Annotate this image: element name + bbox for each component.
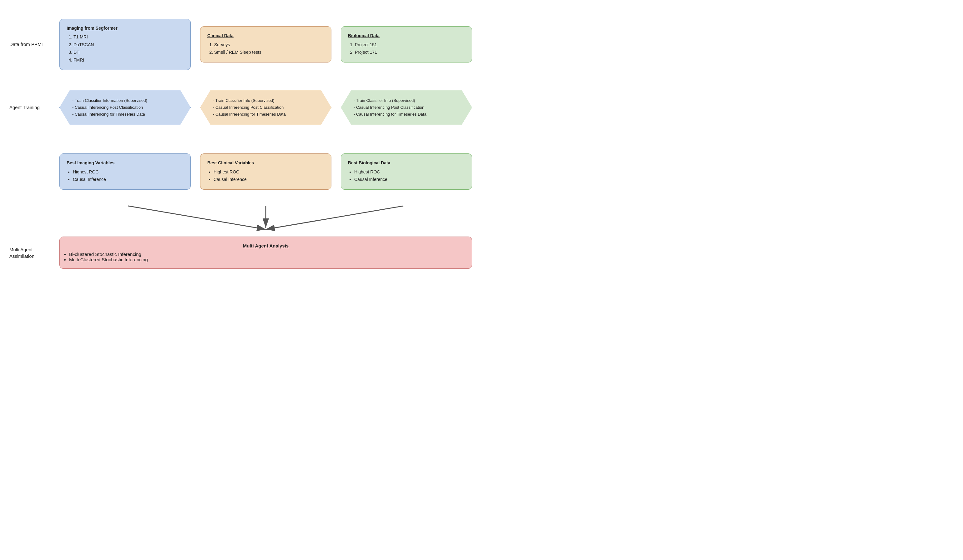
label-agent-training: Agent Training — [10, 79, 59, 136]
best-clinical-item-1: Highest ROC — [214, 168, 324, 175]
col-training-clinical: - Train Classifier Info (Supervised) - C… — [200, 90, 331, 125]
trap-biological-line2: - Casual Inferencing Post Classification — [353, 104, 459, 111]
best-biological-item-1: Highest ROC — [354, 168, 465, 175]
svg-line-3 — [266, 206, 403, 229]
trap-imaging: - Train Classifier Information (Supervis… — [59, 90, 191, 125]
trap-biological-line1: - Train Classifier Info (Supervised) — [353, 97, 459, 104]
multiagent-title: Multi Agent Analysis — [69, 243, 462, 248]
trap-imaging-line3: - Causal Inferencing for Timeseries Data — [72, 111, 178, 118]
best-clinical-title: Best Clinical Variables — [207, 159, 324, 166]
col-best-clinical: Best Clinical Variables Highest ROC Caus… — [200, 154, 331, 189]
imaging-item-1: T1 MRI — [73, 34, 183, 40]
box-best-biological: Best Biological Data Highest ROC Causal … — [341, 154, 472, 189]
col-biological: Biological Data Project 151 Project 171 — [341, 26, 472, 62]
biological-item-2: Project 171 — [355, 49, 465, 56]
row1-content: Imaging from Segformer T1 MRI DaTSCAN DT… — [59, 13, 472, 76]
multiagent-item-2: Multi Clustered Stochastic Inferencing — [69, 257, 462, 262]
row-data-ppmi: Data from PPMI Imaging from Segformer T1… — [10, 13, 472, 76]
biological-title: Biological Data — [348, 32, 465, 39]
label-multiagent: Multi AgentAssimilation — [10, 246, 59, 259]
multiagent-list: Bi-clustered Stochastic Inferencing Mult… — [69, 252, 462, 262]
trap-clinical-line1: - Train Classifier Info (Supervised) — [213, 97, 319, 104]
arrows-svg — [59, 204, 472, 233]
trap-imaging-line2: - Casual Inferencing Post Classification — [72, 104, 178, 111]
best-clinical-item-2: Causal Inference — [214, 176, 324, 183]
label-best-variables — [10, 139, 59, 204]
trap-clinical: - Train Classifier Info (Supervised) - C… — [200, 90, 331, 125]
row-agent-training: Agent Training - Train Classifier Inform… — [10, 79, 472, 136]
box-best-imaging: Best Imaging Variables Highest ROC Causa… — [59, 154, 191, 189]
imaging-list: T1 MRI DaTSCAN DTI FMRI — [66, 34, 183, 63]
biological-item-1: Project 151 — [355, 41, 465, 48]
imaging-title: Imaging from Segformer — [66, 25, 183, 32]
box-imaging: Imaging from Segformer T1 MRI DaTSCAN DT… — [59, 19, 191, 70]
clinical-title: Clinical Data — [207, 32, 324, 39]
clinical-item-1: Surveys — [214, 41, 324, 48]
box-biological: Biological Data Project 151 Project 171 — [341, 26, 472, 62]
arrows-row — [10, 204, 472, 233]
col-training-imaging: - Train Classifier Information (Supervis… — [59, 90, 191, 125]
best-imaging-item-1: Highest ROC — [73, 168, 183, 175]
col-training-biological: - Train Classifier Info (Supervised) - C… — [341, 90, 472, 125]
box-multiagent: Multi Agent Analysis Bi-clustered Stocha… — [59, 236, 472, 269]
box-clinical: Clinical Data Surveys Smell / REM Sleep … — [200, 26, 331, 62]
box-best-clinical: Best Clinical Variables Highest ROC Caus… — [200, 154, 331, 189]
best-clinical-list: Highest ROC Causal Inference — [207, 168, 324, 183]
diagram: Data from PPMI Imaging from Segformer T1… — [10, 13, 472, 273]
imaging-item-4: FMRI — [73, 57, 183, 63]
best-biological-title: Best Biological Data — [348, 159, 465, 166]
trap-imaging-line1: - Train Classifier Information (Supervis… — [72, 97, 178, 104]
best-imaging-item-2: Causal Inference — [73, 176, 183, 183]
trap-clinical-line3: - Causal Inferencing for Timeseries Data — [213, 111, 319, 118]
col-best-biological: Best Biological Data Highest ROC Causal … — [341, 154, 472, 189]
best-imaging-title: Best Imaging Variables — [66, 159, 183, 166]
col-best-imaging: Best Imaging Variables Highest ROC Causa… — [59, 154, 191, 189]
best-imaging-list: Highest ROC Causal Inference — [66, 168, 183, 183]
best-biological-list: Highest ROC Causal Inference — [348, 168, 465, 183]
svg-line-1 — [128, 206, 266, 229]
trap-biological: - Train Classifier Info (Supervised) - C… — [341, 90, 472, 125]
imaging-item-2: DaTSCAN — [73, 41, 183, 48]
clinical-list: Surveys Smell / REM Sleep tests — [207, 41, 324, 56]
biological-list: Project 151 Project 171 — [348, 41, 465, 56]
imaging-item-3: DTI — [73, 49, 183, 56]
row-best-variables: Best Imaging Variables Highest ROC Causa… — [10, 139, 472, 204]
row3-content: Best Imaging Variables Highest ROC Causa… — [59, 139, 472, 204]
row2-content: - Train Classifier Information (Supervis… — [59, 79, 472, 136]
trap-biological-line3: - Causal Inferencing for Timeseries Data — [353, 111, 459, 118]
col-clinical: Clinical Data Surveys Smell / REM Sleep … — [200, 26, 331, 62]
multiagent-item-1: Bi-clustered Stochastic Inferencing — [69, 252, 462, 257]
multiagent-label-text: Multi AgentAssimilation — [10, 247, 34, 259]
trap-clinical-line2: - Casual Inferencing Post Classification — [213, 104, 319, 111]
label-data-ppmi: Data from PPMI — [10, 13, 59, 76]
row-multiagent: Multi AgentAssimilation Multi Agent Anal… — [10, 233, 472, 273]
col-imaging: Imaging from Segformer T1 MRI DaTSCAN DT… — [59, 19, 191, 70]
best-biological-item-2: Causal Inference — [354, 176, 465, 183]
clinical-item-2: Smell / REM Sleep tests — [214, 49, 324, 56]
arrows-content — [59, 204, 472, 233]
